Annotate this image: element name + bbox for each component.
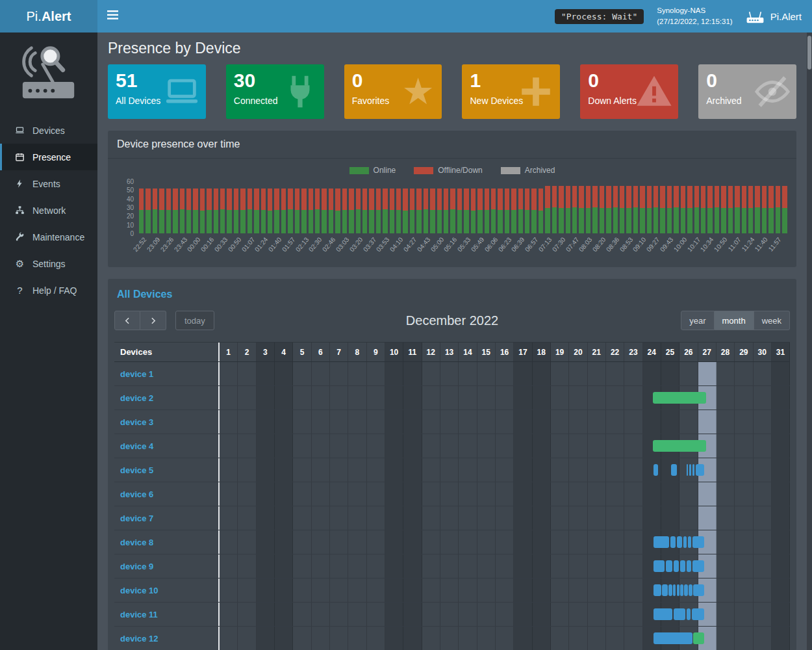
summary-card-archived[interactable]: 0Archived bbox=[698, 64, 796, 119]
month-view-button[interactable]: month bbox=[715, 311, 754, 330]
device-link[interactable]: device 9 bbox=[120, 562, 153, 571]
presence-event[interactable] bbox=[677, 584, 679, 596]
year-view-button[interactable]: year bbox=[681, 311, 714, 330]
today-button[interactable]: today bbox=[175, 311, 214, 330]
presence-event[interactable] bbox=[653, 632, 692, 644]
summary-card-connected[interactable]: 30Connected bbox=[226, 64, 324, 119]
week-view-button[interactable]: week bbox=[754, 311, 790, 330]
presence-event[interactable] bbox=[653, 392, 706, 404]
presence-event[interactable] bbox=[653, 536, 669, 548]
day-cell bbox=[385, 530, 403, 554]
presence-event[interactable] bbox=[653, 440, 706, 452]
day-cell bbox=[551, 603, 569, 626]
day-cell bbox=[533, 578, 551, 602]
presence-event[interactable] bbox=[687, 608, 691, 620]
presence-event[interactable] bbox=[674, 608, 685, 620]
presence-event[interactable] bbox=[687, 560, 692, 572]
presence-event[interactable] bbox=[692, 464, 694, 476]
scrollbar-thumb[interactable] bbox=[807, 36, 811, 70]
chart-bar bbox=[620, 186, 624, 233]
day-cell bbox=[551, 530, 569, 554]
presence-event[interactable] bbox=[673, 584, 676, 596]
app-link[interactable]: Pi.Alert bbox=[746, 10, 802, 23]
day-cell bbox=[440, 554, 459, 578]
day-cell bbox=[403, 578, 422, 602]
device-link[interactable]: device 1 bbox=[120, 369, 153, 379]
device-row: device 1 bbox=[114, 362, 790, 386]
day-cell bbox=[735, 458, 753, 482]
legend-swatch bbox=[501, 167, 520, 174]
presence-event[interactable] bbox=[687, 464, 689, 476]
sidebar-item-maintenance[interactable]: Maintenance bbox=[0, 224, 97, 250]
day-cell bbox=[533, 410, 551, 434]
legend-item-archived[interactable]: Archived bbox=[501, 166, 555, 175]
presence-event[interactable] bbox=[680, 560, 685, 572]
device-link[interactable]: device 5 bbox=[120, 465, 153, 475]
presence-event[interactable] bbox=[653, 608, 672, 620]
sidebar-item-devices[interactable]: Devices bbox=[0, 117, 97, 144]
legend-item-online[interactable]: Online bbox=[349, 166, 396, 175]
sidebar-toggle-button[interactable] bbox=[97, 0, 127, 32]
device-link[interactable]: device 12 bbox=[120, 634, 159, 644]
day-cell bbox=[588, 410, 606, 434]
summary-card-favorites[interactable]: 0Favorites★ bbox=[344, 64, 442, 119]
chart-bar bbox=[626, 186, 631, 233]
device-link[interactable]: device 8 bbox=[120, 538, 153, 547]
next-month-button[interactable] bbox=[140, 311, 166, 330]
presence-event[interactable] bbox=[653, 560, 665, 572]
day-cell bbox=[551, 627, 569, 650]
offline-segment bbox=[322, 188, 326, 210]
presence-event[interactable] bbox=[696, 464, 704, 476]
presence-event[interactable] bbox=[689, 584, 692, 596]
device-link[interactable]: device 6 bbox=[120, 489, 153, 499]
device-link[interactable]: device 10 bbox=[120, 586, 159, 595]
day-cell bbox=[717, 506, 735, 530]
presence-event[interactable] bbox=[677, 536, 682, 548]
presence-event[interactable] bbox=[689, 464, 691, 476]
presence-event[interactable] bbox=[692, 608, 704, 620]
online-segment bbox=[220, 209, 225, 233]
presence-event[interactable] bbox=[653, 584, 661, 596]
presence-event[interactable] bbox=[683, 536, 686, 548]
day-cell bbox=[606, 434, 624, 458]
sidebar-item-presence[interactable]: Presence bbox=[0, 144, 97, 170]
device-link[interactable]: device 11 bbox=[120, 610, 158, 619]
device-link[interactable]: device 7 bbox=[120, 514, 153, 523]
legend-item-offline-down[interactable]: Offline/Down bbox=[414, 166, 482, 175]
day-cell bbox=[348, 603, 366, 626]
presence-event[interactable] bbox=[670, 536, 676, 548]
presence-event[interactable] bbox=[693, 632, 704, 644]
device-link[interactable]: device 2 bbox=[120, 393, 153, 403]
summary-card-all-devices[interactable]: 51All Devices bbox=[108, 64, 206, 119]
day-cell bbox=[348, 386, 366, 410]
sidebar-item-settings[interactable]: ⚙Settings bbox=[0, 250, 97, 277]
y-tick-label: 0 bbox=[130, 230, 134, 237]
presence-event[interactable] bbox=[662, 584, 667, 596]
presence-event[interactable] bbox=[680, 584, 683, 596]
prev-month-button[interactable] bbox=[114, 311, 140, 330]
device-link[interactable]: device 4 bbox=[120, 441, 153, 451]
summary-card-down-alerts[interactable]: 0Down Alerts bbox=[580, 64, 678, 119]
day-cell bbox=[348, 578, 366, 602]
brand-logo[interactable]: Pi.Alert bbox=[0, 0, 97, 32]
summary-card-new-devices[interactable]: 1New Devices bbox=[462, 64, 560, 119]
presence-event[interactable] bbox=[671, 464, 676, 476]
online-segment bbox=[315, 209, 320, 233]
presence-event[interactable] bbox=[688, 536, 692, 548]
day-cell bbox=[385, 506, 403, 530]
x-tick-label: 00:50 bbox=[227, 236, 243, 253]
presence-event[interactable] bbox=[653, 464, 658, 476]
presence-event[interactable] bbox=[666, 560, 672, 572]
day-header-7: 7 bbox=[330, 343, 348, 361]
sidebar-item-help-faq[interactable]: ?Help / FAQ bbox=[0, 277, 97, 304]
presence-event[interactable] bbox=[668, 584, 672, 596]
presence-event[interactable] bbox=[692, 536, 704, 548]
presence-event[interactable] bbox=[674, 560, 679, 572]
presence-event[interactable] bbox=[684, 584, 688, 596]
presence-event[interactable] bbox=[692, 560, 704, 572]
presence-event[interactable] bbox=[693, 584, 704, 596]
device-link[interactable]: device 3 bbox=[120, 417, 153, 427]
sidebar-item-events[interactable]: Events bbox=[0, 170, 97, 197]
vertical-scrollbar[interactable] bbox=[807, 32, 812, 650]
sidebar-item-network[interactable]: Network bbox=[0, 197, 97, 224]
